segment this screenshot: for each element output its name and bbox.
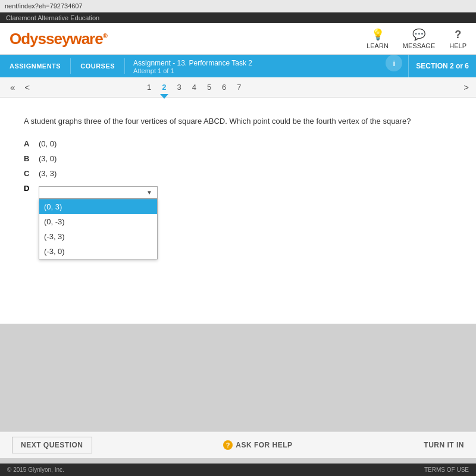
page-7[interactable]: 7 (234, 82, 243, 93)
next-btn[interactable]: > (464, 82, 469, 92)
assignment-title: Assignment - 13. Performance Task 2 (133, 58, 371, 67)
footer-copyright: © 2015 Glynlyon, Inc. (7, 466, 64, 473)
content-area: A student graphs three of the four verti… (0, 98, 476, 324)
prev-single-btn[interactable]: < (21, 81, 33, 93)
answer-a-value: (0, 0) (39, 139, 57, 148)
page-4[interactable]: 4 (190, 82, 199, 93)
page-2[interactable]: 2 (159, 82, 168, 93)
section-label: SECTION 2 or 6 (408, 55, 476, 77)
footer-bar: © 2015 Glynlyon, Inc. TERMS OF USE (0, 464, 476, 476)
footer-terms[interactable]: TERMS OF USE (424, 466, 469, 473)
turn-it-in-button[interactable]: TURN IT IN (424, 441, 464, 449)
header-nav: 💡 LEARN 💬 MESSAGE ? HELP (367, 28, 466, 49)
answer-b-label: B (24, 154, 39, 163)
answer-b-value: (3, 0) (39, 154, 57, 163)
question-text: A student graphs three of the four verti… (24, 115, 452, 127)
institution-label: Claremont Alternative Education (6, 14, 99, 21)
answer-c-label: C (24, 169, 39, 178)
message-label: MESSAGE (403, 42, 435, 49)
dropdown-arrow-icon: ▼ (146, 189, 152, 196)
learn-label: LEARN (367, 42, 389, 49)
ask-for-help-label: ASK FOR HELP (236, 441, 292, 449)
dropdown-select[interactable]: ▼ (39, 186, 158, 199)
institution-bar: Claremont Alternative Education (0, 12, 476, 23)
message-icon: 💬 (412, 28, 425, 41)
nav-bar: ASSIGNMENTS COURSES Assignment - 13. Per… (0, 55, 476, 77)
answer-a-row: A (0, 0) (24, 139, 452, 148)
ask-icon: ? (223, 440, 233, 450)
help-icon: ? (455, 29, 461, 41)
dropdown-menu: (0, 3) (0, -3) (-3, 3) (-3, 0) (39, 199, 158, 259)
answer-a-label: A (24, 139, 39, 148)
url-text: nent/index?eh=792734607 (5, 2, 83, 10)
answer-b-row: B (3, 0) (24, 154, 452, 163)
logo-text: Odysseyware (10, 30, 103, 48)
info-button[interactable]: i (386, 55, 402, 71)
assignment-info: Assignment - 13. Performance Task 2 Atte… (125, 55, 380, 77)
dropdown-option-4[interactable]: (-3, 0) (39, 244, 157, 259)
browser-url-bar: nent/index?eh=792734607 (0, 0, 476, 12)
page-3[interactable]: 3 (174, 82, 183, 93)
answer-d-label: D (24, 184, 39, 193)
dropdown-option-2[interactable]: (0, -3) (39, 214, 157, 229)
assignment-name: - 13. Performance Task 2 (171, 59, 252, 67)
dropdown-option-1[interactable]: (0, 3) (39, 199, 157, 214)
learn-icon: 💡 (371, 28, 384, 41)
courses-tab[interactable]: COURSES (71, 55, 124, 77)
app-header: Odysseyware® 💡 LEARN 💬 MESSAGE ? HELP (0, 23, 476, 55)
bottom-center: ? ASK FOR HELP (92, 440, 424, 450)
assignment-prefix: Assignment (133, 59, 171, 67)
page-numbers: 1 2 3 4 5 6 7 (145, 82, 244, 93)
section-text: SECTION 2 or 6 (416, 62, 469, 70)
courses-tab-label: COURSES (80, 62, 115, 70)
prev-double-btn[interactable]: « (7, 81, 18, 93)
assignment-attempt: Attempt 1 of 1 (133, 67, 371, 74)
answer-c-row: C (3, 3) (24, 169, 452, 178)
message-nav-item[interactable]: 💬 MESSAGE (403, 28, 435, 49)
next-question-button[interactable]: NEXT QUESTION (12, 437, 92, 453)
answer-c-value: (3, 3) (39, 169, 57, 178)
assignments-tab-label: ASSIGNMENTS (10, 62, 61, 70)
ask-for-help-button[interactable]: ? ASK FOR HELP (223, 440, 292, 450)
dropdown-option-3[interactable]: (-3, 3) (39, 229, 157, 244)
app-logo: Odysseyware® (10, 30, 107, 48)
answer-d-row: D ▼ (0, 3) (0, -3) (-3, 3) (-3, 0) (24, 184, 452, 199)
bottom-bar: NEXT QUESTION ? ASK FOR HELP TURN IT IN (0, 431, 476, 458)
help-label: HELP (449, 42, 466, 49)
page-1[interactable]: 1 (145, 82, 154, 93)
dropdown-container: ▼ (0, 3) (0, -3) (-3, 3) (-3, 0) (39, 186, 158, 199)
pagination-bar: « < 1 2 3 4 5 6 7 > (0, 77, 476, 98)
assignments-tab[interactable]: ASSIGNMENTS (0, 55, 70, 77)
page-6[interactable]: 6 (220, 82, 228, 93)
logo-registered: ® (103, 32, 107, 39)
learn-nav-item[interactable]: 💡 LEARN (367, 28, 389, 49)
help-nav-item[interactable]: ? HELP (449, 29, 466, 49)
page-5[interactable]: 5 (205, 82, 214, 93)
